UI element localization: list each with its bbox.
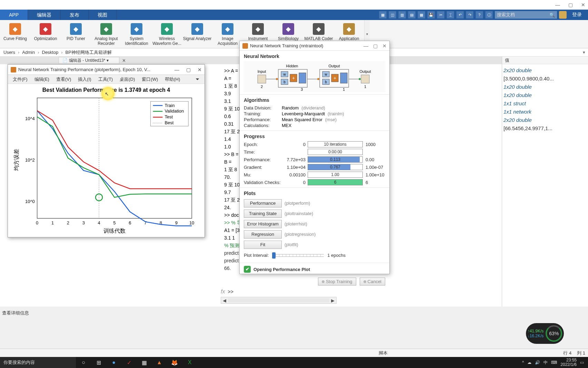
detail-info[interactable]: 查看详细信息 <box>0 309 31 318</box>
cmd-prompt[interactable]: >> <box>228 288 233 296</box>
workspace-value[interactable]: [3.5000,0.9800,0.40... <box>504 75 587 83</box>
workspace-value[interactable]: 1x1 struct <box>504 99 587 108</box>
taskbar-store[interactable]: ▦ <box>137 357 152 368</box>
plot-performance-button[interactable]: Performance <box>244 199 282 207</box>
nntool-close[interactable]: ✕ <box>382 43 387 49</box>
plotperform-minimize[interactable]: — <box>175 67 179 72</box>
crumb-admin[interactable]: Admin <box>21 50 36 55</box>
toolstrip-curve-fitting[interactable]: ◆Curve Fitting <box>0 21 30 47</box>
performance-plot[interactable]: Best Validation Performance is 1.3749 at… <box>8 84 205 236</box>
status-line: 行 4 <box>563 350 571 356</box>
nntool-titlebar[interactable]: Neural Network Training (nntraintool) — … <box>240 41 389 51</box>
crumb-folder[interactable]: BP神经网络工具箱讲解 <box>65 49 112 56</box>
nntool-maximize[interactable]: ▢ <box>373 43 378 49</box>
nntool-minimize[interactable]: — <box>363 43 368 49</box>
editor-tab[interactable]: 📄 编辑器 - Untitled13* ▾ <box>59 57 119 64</box>
info-icon[interactable]: ⓘ <box>485 11 493 19</box>
plotperform-menu-item[interactable]: 帮助(H) <box>161 76 183 83</box>
tray-volume-icon[interactable]: 🔊 <box>535 360 540 365</box>
plotperform-menu-item[interactable]: 插入(I) <box>74 76 94 83</box>
plot-fit-button[interactable]: Fit <box>244 241 282 249</box>
cut-icon[interactable]: ✂ <box>437 11 445 19</box>
taskbar-search[interactable]: 你要搜索的内容 <box>0 357 76 368</box>
plotperform-menu-item[interactable]: 窗口(W) <box>138 76 161 83</box>
crumb-desktop[interactable]: Desktop <box>41 50 59 55</box>
notification-icon[interactable] <box>559 11 567 19</box>
workspace-value[interactable]: 2x20 double <box>504 66 587 75</box>
layout-icon-2[interactable]: ◫ <box>389 11 396 19</box>
tray-notifications-icon[interactable]: ▭ <box>580 360 584 365</box>
slider-thumb[interactable] <box>272 252 276 259</box>
tab-view[interactable]: 视图 <box>89 10 117 20</box>
workspace-value[interactable]: 1x20 double <box>504 83 587 91</box>
layout-icon-5[interactable]: ▦ <box>418 11 425 19</box>
algorithm-row: Performance:Mean Squared Error(mse) <box>244 117 385 123</box>
plotperform-menu-item[interactable]: 工具(T) <box>95 76 117 83</box>
toolstrip-analog-input-recorder[interactable]: ◆Analog Input Recorder <box>91 21 121 47</box>
tab-publish[interactable]: 发布 <box>61 10 89 20</box>
cmd-hscrollbar[interactable]: ◀ ▶ <box>221 297 337 304</box>
window-close[interactable]: ✕ <box>581 2 585 8</box>
plot-fn: (plotregression) <box>285 232 316 237</box>
workspace-value[interactable]: 2x20 double <box>504 116 587 124</box>
plot-interval-slider[interactable] <box>272 254 324 257</box>
tray-keyboard-icon[interactable]: ⌨ <box>551 360 557 365</box>
plotperform-menu-drop[interactable]: ⏷ <box>192 77 203 82</box>
toolstrip-pid-tuner[interactable]: ◆PID Tuner <box>61 21 91 47</box>
stop-training-button[interactable]: Stop Training <box>318 278 356 285</box>
tray-cloud-icon[interactable]: ☁ <box>527 360 531 365</box>
workspace-value[interactable]: 1x20 double <box>504 91 587 99</box>
copy-icon[interactable]: ⌶ <box>447 11 454 19</box>
tab-app[interactable]: APP <box>0 10 28 20</box>
taskbar-matlab[interactable]: ▲ <box>152 357 167 368</box>
tray-ime-icon[interactable]: 中 <box>544 360 548 366</box>
taskbar-edge[interactable]: ● <box>106 357 121 368</box>
plot-regression-button[interactable]: Regression <box>244 230 282 239</box>
help-icon[interactable]: ? <box>476 11 483 19</box>
toolstrip-signal-analyzer[interactable]: ◆Signal Analyzer <box>182 21 212 47</box>
toolstrip-system-identification[interactable]: ◆System Identification <box>121 21 152 47</box>
progress-label: Performance: <box>244 157 283 162</box>
crumb-users[interactable]: Users <box>3 50 16 55</box>
layout-icon-1[interactable]: ▦ <box>379 11 387 19</box>
undo-icon[interactable]: ↶ <box>456 11 464 19</box>
taskbar-app1[interactable]: ✓ <box>121 357 137 368</box>
cancel-button[interactable]: Cancel <box>360 278 385 285</box>
plot-training state-button[interactable]: Training State <box>244 210 282 218</box>
workspace-value[interactable]: [66.5456,24.9977,1... <box>504 124 587 133</box>
plotperform-menu-item[interactable]: 文件(F) <box>9 76 31 83</box>
toolstrip-wireless-waveform-ge-[interactable]: ◆Wireless Waveform Ge... <box>152 21 182 47</box>
toolstrip-image-acquisition[interactable]: ◆Image Acquisition <box>212 21 243 47</box>
layout-icon-3[interactable]: ▥ <box>398 11 406 19</box>
plotperform-maximize[interactable]: ▢ <box>186 67 191 72</box>
editor-tab-close[interactable]: ✕ <box>122 58 126 63</box>
app-icon: ◆ <box>100 23 112 35</box>
svg-text:1: 1 <box>51 220 54 225</box>
status-script: 脚本 <box>379 350 388 356</box>
taskbar-cortana[interactable]: ○ <box>76 357 91 368</box>
save-icon[interactable]: 💾 <box>427 11 435 19</box>
taskbar-excel[interactable]: X <box>182 357 197 368</box>
plotperform-menu-item[interactable]: 桌面(D) <box>116 76 138 83</box>
toolstrip-optimization[interactable]: ◆Optimization <box>30 21 61 47</box>
redo-icon[interactable]: ↷ <box>466 11 474 19</box>
plotperform-menu-item[interactable]: 查看(V) <box>53 76 74 83</box>
layout-icon-4[interactable]: ▤ <box>408 11 416 19</box>
doc-search[interactable]: 搜索文档 🔍 <box>495 11 557 19</box>
scroll-left[interactable]: ◀ <box>221 298 228 303</box>
plotperform-menu-item[interactable]: 编辑(E) <box>31 76 53 83</box>
window-minimize[interactable]: — <box>555 2 560 8</box>
plotperform-titlebar[interactable]: Neural Network Training Performance (plo… <box>8 65 205 75</box>
plot-error histogram-button[interactable]: Error Histogram <box>244 220 282 228</box>
scroll-right[interactable]: ▶ <box>329 298 336 303</box>
taskbar-firefox[interactable]: 🦊 <box>167 357 182 368</box>
tab-editor[interactable]: 编辑器 <box>28 10 61 20</box>
workspace-value[interactable]: 1x1 network <box>504 108 587 116</box>
login-button[interactable]: 登录 <box>569 12 585 18</box>
plotperform-close[interactable]: ✕ <box>198 67 202 72</box>
window-maximize[interactable]: ▢ <box>568 2 573 8</box>
taskbar-taskview[interactable]: ⊞ <box>91 357 106 368</box>
tray-up-icon[interactable]: ^ <box>522 360 524 365</box>
svg-point-32 <box>276 78 278 80</box>
path-dropdown[interactable]: ▾ <box>583 50 585 55</box>
